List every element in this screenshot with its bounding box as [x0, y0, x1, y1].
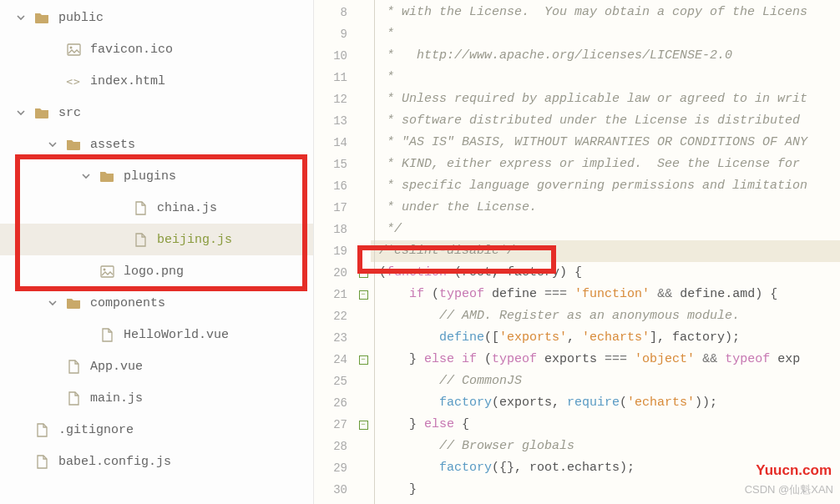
- tree-label: main.js: [90, 391, 143, 406]
- line-number: 8: [314, 2, 347, 23]
- code-line[interactable]: * http://www.apache.org/licenses/LICENSE…: [374, 45, 840, 67]
- line-number: 23: [314, 327, 347, 349]
- file-icon: [65, 358, 82, 375]
- code-line[interactable]: // CommonJS: [374, 370, 840, 392]
- tree-label: babel.config.js: [58, 455, 171, 469]
- code-line[interactable]: } else if (typeof exports === 'object' &…: [374, 349, 840, 370]
- svg-rect-0: [68, 44, 80, 55]
- fold-toggle-icon[interactable]: −: [359, 290, 368, 300]
- line-number: 17: [314, 197, 347, 219]
- code-line[interactable]: } else {: [374, 414, 840, 436]
- code-line[interactable]: */: [374, 219, 840, 240]
- code-area[interactable]: * with the License. You may obtain a cop…: [371, 0, 840, 504]
- tree-item-favicon-ico[interactable]: favicon.ico: [0, 33, 313, 65]
- chevron-icon[interactable]: [47, 140, 58, 149]
- tree-label: .gitignore: [58, 423, 134, 437]
- code-line[interactable]: * under the License.: [374, 197, 840, 219]
- fold-toggle-icon[interactable]: −: [359, 269, 368, 278]
- folder-icon: [99, 168, 115, 184]
- chevron-icon[interactable]: [80, 172, 92, 180]
- tree-label: favicon.ico: [90, 43, 173, 57]
- file-icon: [65, 390, 82, 406]
- code-line[interactable]: * with the License. You may obtain a cop…: [374, 2, 840, 23]
- line-number: 14: [314, 132, 347, 154]
- file-icon: [132, 199, 149, 216]
- file-icon: [99, 326, 115, 343]
- code-line[interactable]: * software distributed under the License…: [374, 110, 840, 132]
- line-number: 13: [314, 110, 347, 132]
- line-number: 25: [314, 370, 347, 392]
- code-line[interactable]: * KIND, either express or implied. See t…: [374, 154, 840, 175]
- chevron-icon[interactable]: [47, 299, 58, 307]
- line-number: 21: [314, 284, 347, 305]
- line-number: 19: [314, 240, 347, 262]
- code-line[interactable]: // AMD. Register as an anonymous module.: [374, 305, 840, 327]
- tree-label: logo.png: [124, 265, 184, 279]
- tree-item-index-html[interactable]: <>index.html: [0, 65, 313, 97]
- line-number: 28: [314, 436, 347, 457]
- tree-item-App-vue[interactable]: App.vue: [0, 350, 313, 382]
- tree-item-HelloWorld-vue[interactable]: HelloWorld.vue: [0, 319, 313, 350]
- file-icon: [33, 453, 50, 470]
- folder-icon: [65, 295, 82, 311]
- line-number: 9: [314, 23, 347, 45]
- file-explorer: publicfavicon.ico<>index.htmlsrcassetspl…: [0, 0, 314, 504]
- code-line[interactable]: if (typeof define === 'function' && defi…: [374, 284, 840, 305]
- code-line[interactable]: * specific language governing permission…: [374, 175, 840, 197]
- tree-label: plugins: [124, 169, 176, 184]
- tree-item-china-js[interactable]: china.js: [0, 192, 313, 224]
- fold-toggle-icon[interactable]: −: [359, 421, 368, 430]
- line-number: 20: [314, 262, 347, 284]
- line-number: 10: [314, 45, 347, 67]
- code-line[interactable]: factory(exports, require('echarts'));: [374, 392, 840, 414]
- tree-item-babel-config-js[interactable]: babel.config.js: [0, 446, 313, 477]
- line-number: 26: [314, 392, 347, 414]
- code-line[interactable]: *: [374, 67, 840, 88]
- tree-item-plugins[interactable]: plugins: [0, 160, 313, 192]
- tree-item-main-js[interactable]: main.js: [0, 382, 313, 414]
- tree-item-components[interactable]: components: [0, 287, 313, 319]
- tree-label: App.vue: [90, 360, 143, 374]
- tree-label: components: [90, 296, 165, 310]
- code-line[interactable]: // Browser globals: [374, 436, 840, 457]
- watermark-yuucn: Yuucn.com: [756, 462, 832, 479]
- tree-item-public[interactable]: public: [0, 2, 313, 33]
- line-number: 22: [314, 305, 347, 327]
- line-number: 30: [314, 479, 347, 501]
- svg-point-3: [103, 268, 105, 270]
- tree-label: beijing.js: [157, 233, 232, 247]
- tree-label: src: [58, 106, 81, 120]
- tree-item-logo-png[interactable]: logo.png: [0, 255, 313, 287]
- file-icon: [33, 421, 50, 438]
- tree-item-assets[interactable]: assets: [0, 129, 313, 160]
- code-line[interactable]: define(['exports', 'echarts'], factory);: [374, 327, 840, 349]
- tree-item--gitignore[interactable]: .gitignore: [0, 414, 313, 446]
- code-line[interactable]: /*eslint-disable*/: [374, 240, 840, 262]
- tree-item-src[interactable]: src: [0, 97, 313, 129]
- code-line[interactable]: *: [374, 23, 840, 45]
- fold-toggle-icon[interactable]: −: [359, 355, 368, 365]
- watermark-csdn: CSDN @仙魁XAN: [745, 482, 833, 497]
- line-number: 24: [314, 349, 347, 370]
- code-icon: <>: [65, 73, 82, 89]
- code-line[interactable]: * "AS IS" BASIS, WITHOUT WARRANTIES OR C…: [374, 132, 840, 154]
- tree-label: china.js: [157, 201, 217, 215]
- chevron-icon[interactable]: [15, 13, 27, 22]
- svg-point-1: [69, 46, 72, 48]
- line-number: 16: [314, 175, 347, 197]
- tree-label: HelloWorld.vue: [124, 328, 229, 342]
- tree-label: index.html: [90, 74, 165, 88]
- tree-label: public: [58, 11, 104, 25]
- line-number: 15: [314, 154, 347, 175]
- folder-icon: [65, 136, 82, 153]
- code-editor[interactable]: 8910111213141516171819202122232425262728…: [314, 0, 840, 504]
- image-icon: [65, 41, 82, 58]
- tree-item-beijing-js[interactable]: beijing.js: [0, 224, 313, 255]
- line-number: 27: [314, 414, 347, 436]
- line-number: 11: [314, 67, 347, 88]
- chevron-icon[interactable]: [15, 108, 27, 117]
- line-gutter: 8910111213141516171819202122232425262728…: [314, 0, 356, 504]
- code-line[interactable]: * Unless required by applicable law or a…: [374, 88, 840, 110]
- code-line[interactable]: (function (root, factory) {: [374, 262, 840, 284]
- line-number: 18: [314, 219, 347, 240]
